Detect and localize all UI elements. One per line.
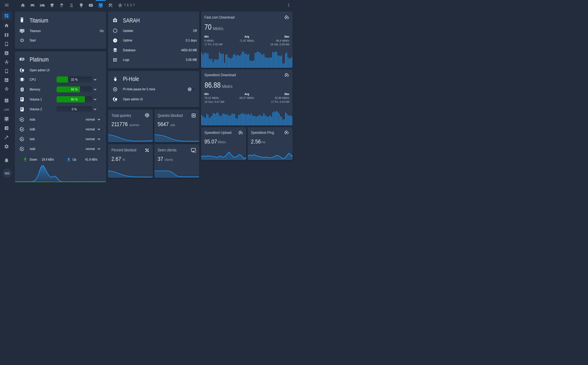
svg-text:C: C [6,99,7,102]
